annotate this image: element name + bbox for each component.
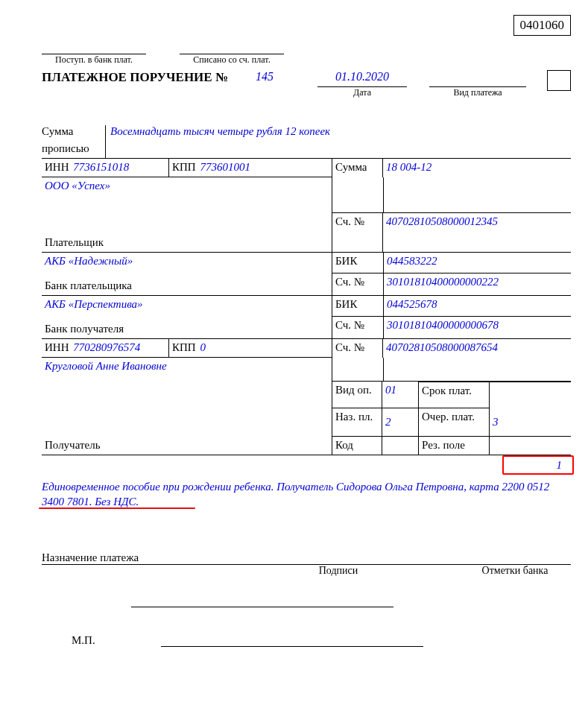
acc-label-2: Сч. № (332, 273, 383, 291)
bank-marks-label: Отметки банка (459, 565, 571, 577)
date-label: Дата (317, 87, 407, 98)
vid-platezha-value (429, 70, 526, 87)
postup-value (42, 42, 146, 54)
payer-acc: 40702810508000012345 (382, 213, 571, 252)
postup-label: Поступ. в банк плат. (42, 54, 146, 66)
highlight-box: 1 (502, 455, 574, 475)
acc-label-1: Сч. № (332, 213, 382, 252)
spisano-value (180, 42, 284, 54)
kpp-recv-cell: КПП 0 (168, 339, 332, 358)
purpose-label: Назначение платежа (42, 551, 571, 564)
okud-code: 0401060 (520, 18, 565, 32)
sum-words-label2: прописью (42, 142, 105, 158)
kpp-payer-cell: КПП 773601001 (168, 159, 332, 177)
vid-op-label: Вид оп. (332, 382, 382, 408)
recv-bank-acc: 30101810400000000678 (384, 317, 571, 335)
rez-pole-label: Рез. поле (418, 437, 490, 455)
rez-pole (490, 437, 571, 455)
status-box (547, 70, 571, 91)
payer-bank-bik: 044583222 (384, 253, 571, 273)
doc-number: 145 (238, 70, 291, 83)
payer-label: Плательщик (45, 236, 104, 249)
ocher-plat-label: Очер. плат. (418, 408, 490, 437)
recv-label: Получатель (42, 437, 332, 455)
recv-name: Кругловой Анне Ивановне (42, 358, 332, 382)
inn-recv-cell: ИНН 770280976574 (42, 339, 168, 358)
kod (382, 437, 418, 455)
signature-line-2 (161, 646, 423, 647)
doc-title: ПЛАТЕЖНОЕ ПОРУЧЕНИЕ № (42, 70, 228, 85)
mp-label: М.П. (42, 634, 161, 647)
okud-box: 0401060 (513, 15, 572, 36)
payer-bank: АКБ «Надежный» (42, 253, 332, 271)
payer-bank-label: Банк плательщика (42, 271, 332, 295)
acc-label-4: Сч. № (332, 339, 382, 358)
ocher-plat: 3 (490, 408, 571, 437)
acc-label-3: Сч. № (332, 317, 383, 335)
vid-op: 01 (382, 382, 418, 408)
bik-label-2: БИК (332, 296, 383, 317)
payer-bank-acc: 30101810400000000222 (384, 273, 571, 291)
signatures-label: Подписи (274, 565, 402, 577)
purpose-text: Единовременное пособие при рождении ребе… (42, 479, 571, 510)
kod-label: Код (332, 437, 382, 455)
recv-bank-label: Банк получателя (42, 314, 332, 338)
srok-plat-label: Срок плат. (418, 382, 490, 408)
payer-name: ООО «Успех» (42, 177, 332, 213)
sum-value-cell: 18 004-12 (382, 159, 571, 177)
vid-platezha-label: Вид платежа (429, 87, 526, 98)
highlight-number: 1 (557, 459, 563, 472)
red-underline (39, 507, 195, 509)
srok-plat (490, 382, 571, 408)
recv-acc: 40702810508000087654 (382, 339, 571, 358)
bik-label-1: БИК (332, 253, 383, 273)
signature-line-1 (131, 607, 393, 607)
inn-payer-cell: ИНН 7736151018 (42, 159, 168, 177)
naz-pl: 2 (382, 408, 418, 437)
recv-bank: АКБ «Перспектива» (42, 296, 332, 314)
recv-bank-bik: 044525678 (384, 296, 571, 317)
sum-label-cell: Сумма (332, 159, 382, 177)
sum-words-label1: Сумма (42, 125, 105, 138)
spisano-label: Списано со сч. плат. (180, 54, 284, 66)
sum-words-value: Восемнадцать тысяч четыре рубля 12 копее… (110, 125, 571, 138)
doc-date: 01.10.2020 (317, 70, 407, 87)
naz-pl-label: Наз. пл. (332, 408, 382, 437)
